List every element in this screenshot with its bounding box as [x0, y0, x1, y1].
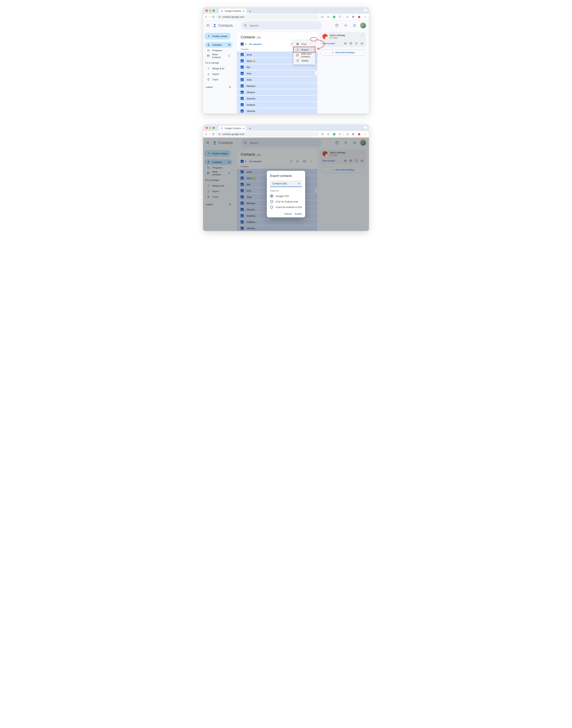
- select-all-checkbox[interactable]: [241, 43, 243, 46]
- add-birthdays-button[interactable]: Add more birthdays: [320, 50, 366, 56]
- browser-tab[interactable]: Google Contacts ✕: [219, 126, 246, 131]
- settings-gear-icon[interactable]: [342, 22, 349, 29]
- export-option[interactable]: Google CSV: [270, 193, 302, 199]
- dialog-cancel-button[interactable]: Cancel: [284, 212, 292, 215]
- ext4-icon[interactable]: [357, 14, 362, 19]
- minimize-window-icon[interactable]: [209, 10, 211, 12]
- view-contact-link[interactable]: View contact: [323, 42, 335, 45]
- contact-row[interactable]: Oksana: [237, 89, 317, 95]
- back-button[interactable]: [205, 132, 208, 137]
- row-checkbox[interactable]: [241, 59, 243, 62]
- close-window-icon[interactable]: [206, 127, 208, 129]
- install-app-icon[interactable]: [320, 14, 325, 19]
- sidebar-item-other-contacts[interactable]: Other contacts: [205, 53, 232, 59]
- search-box[interactable]: [241, 21, 322, 29]
- search-input[interactable]: [249, 24, 319, 27]
- bookmark-star-icon[interactable]: [326, 132, 331, 137]
- row-checkbox[interactable]: [241, 91, 243, 94]
- merge-action-icon[interactable]: [289, 42, 294, 47]
- contact-row[interactable]: Mariana: [237, 83, 317, 89]
- close-window-icon[interactable]: [206, 10, 208, 12]
- sidebar-item-contacts[interactable]: Contacts40: [205, 42, 232, 48]
- export-option-label: vCard for Android or iOS: [276, 206, 302, 209]
- reload-button[interactable]: [212, 132, 215, 137]
- row-checkbox[interactable]: [241, 53, 243, 56]
- row-checkbox[interactable]: [241, 103, 243, 106]
- ext3-icon[interactable]: [351, 14, 356, 19]
- mail-icon[interactable]: [344, 42, 347, 45]
- new-tab-button[interactable]: +: [247, 126, 252, 131]
- close-tab-icon[interactable]: ✕: [243, 127, 245, 130]
- forward-button[interactable]: [208, 14, 211, 19]
- contact-row[interactable]: Inna: [237, 70, 317, 77]
- row-checkbox[interactable]: [241, 84, 243, 87]
- row-checkbox[interactable]: [241, 78, 243, 81]
- svg-point-35: [291, 43, 292, 44]
- product-logo[interactable]: Contacts: [213, 23, 233, 28]
- menu-item-delete[interactable]: Delete: [293, 58, 315, 63]
- ext4-icon[interactable]: [357, 132, 362, 137]
- sidebar-item-label: Other contacts: [212, 53, 226, 59]
- row-checkbox[interactable]: [241, 72, 243, 75]
- add-label-icon[interactable]: [228, 85, 231, 88]
- sidebar-item-frequent[interactable]: Frequent: [205, 48, 232, 53]
- extensions-puzzle-icon[interactable]: [338, 14, 342, 19]
- contact-row[interactable]: Illia: [237, 64, 317, 70]
- tabs-overflow-icon[interactable]: ⌄: [364, 126, 367, 129]
- radio-icon: [270, 206, 273, 209]
- menu-item-hide-from-contacts[interactable]: Hide from contacts: [293, 52, 315, 58]
- contact-name: Oksana: [246, 91, 255, 94]
- browser-tab[interactable]: Google Contacts ✕: [219, 8, 246, 14]
- window-controls: [205, 7, 215, 14]
- maximize-window-icon[interactable]: [213, 10, 215, 12]
- row-checkbox[interactable]: [241, 66, 243, 69]
- export-option[interactable]: CSV for Outlook only: [270, 199, 302, 204]
- new-tab-button[interactable]: +: [247, 9, 252, 14]
- info-icon[interactable]: [228, 55, 230, 57]
- calendar-icon[interactable]: [349, 42, 353, 45]
- install-app-icon[interactable]: [320, 132, 325, 137]
- contact-row[interactable]: Svitlana: [237, 102, 317, 108]
- ext3-icon[interactable]: [351, 132, 356, 137]
- chat-icon[interactable]: [355, 42, 358, 45]
- sidebar-item-merge-fix[interactable]: Merge & fix: [205, 66, 232, 71]
- menu-item-print[interactable]: Print: [293, 41, 315, 47]
- contact-row[interactable]: Solomia: [237, 95, 317, 102]
- forward-button[interactable]: [208, 132, 211, 137]
- bookmark-star-icon[interactable]: [326, 14, 331, 19]
- apps-grid-icon[interactable]: [351, 22, 358, 29]
- row-checkbox[interactable]: [241, 110, 243, 113]
- video-icon[interactable]: [360, 42, 364, 45]
- svg-point-28: [353, 26, 354, 27]
- create-contact-button[interactable]: Create contact: [205, 33, 230, 40]
- help-icon[interactable]: [334, 22, 340, 29]
- selection-dropdown-icon[interactable]: ▼: [245, 43, 246, 45]
- main-menu-icon[interactable]: [206, 23, 210, 27]
- birthday-more-icon[interactable]: [361, 34, 364, 37]
- menu-item-export[interactable]: Export: [293, 47, 315, 52]
- contact-row[interactable]: Viktoriia: [237, 108, 317, 114]
- address-bar[interactable]: contacts.google.com: [216, 132, 319, 137]
- chrome-menu-icon[interactable]: [363, 132, 367, 137]
- minimize-window-icon[interactable]: [209, 127, 211, 129]
- reload-button[interactable]: [212, 14, 215, 19]
- extensions-puzzle-icon[interactable]: [338, 132, 342, 137]
- sidebar-item-import[interactable]: Import: [205, 71, 232, 77]
- ext2-icon[interactable]: [345, 14, 350, 19]
- back-button[interactable]: [205, 14, 208, 19]
- ext1-icon[interactable]: [332, 14, 337, 19]
- tabs-overflow-icon[interactable]: ⌄: [364, 9, 367, 12]
- dialog-export-button[interactable]: Export: [295, 212, 302, 215]
- chrome-menu-icon[interactable]: [363, 14, 367, 19]
- close-tab-icon[interactable]: ✕: [243, 10, 245, 12]
- row-checkbox[interactable]: [241, 97, 243, 100]
- ext2-icon[interactable]: [345, 132, 350, 137]
- address-bar[interactable]: contacts.google.com: [216, 14, 319, 19]
- sidebar-item-trash[interactable]: Trash: [205, 77, 232, 82]
- account-avatar[interactable]: [360, 22, 366, 28]
- maximize-window-icon[interactable]: [213, 127, 215, 129]
- export-option[interactable]: vCard for Android or iOS: [270, 204, 302, 210]
- export-source-select[interactable]: Contacts (40) ▾: [270, 180, 302, 187]
- contact-row[interactable]: Julia: [237, 77, 317, 83]
- ext1-icon[interactable]: [332, 132, 337, 137]
